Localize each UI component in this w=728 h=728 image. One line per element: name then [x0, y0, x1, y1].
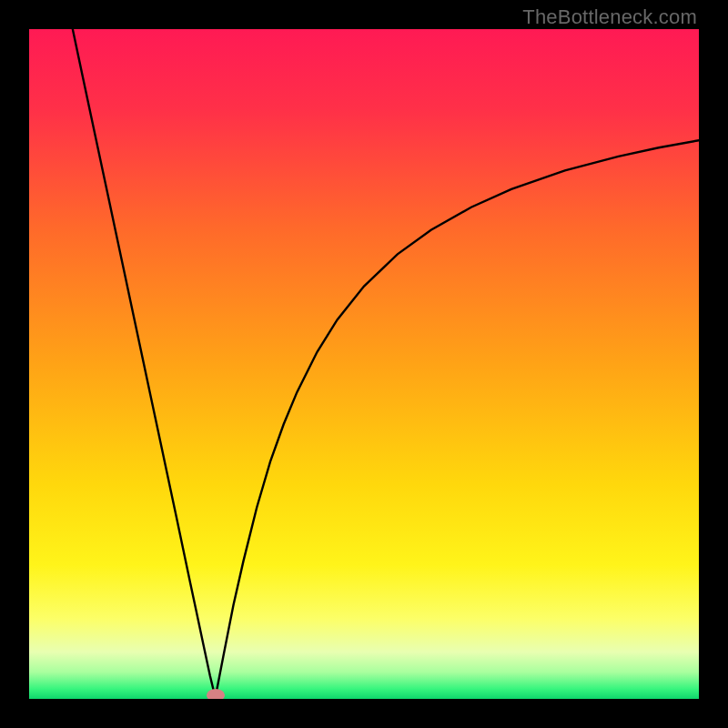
bottleneck-curve [29, 29, 699, 699]
bottleneck-marker [207, 689, 225, 699]
plot-area [29, 29, 699, 699]
watermark-text: TheBottleneck.com [522, 5, 697, 29]
chart-frame: TheBottleneck.com [0, 0, 728, 728]
